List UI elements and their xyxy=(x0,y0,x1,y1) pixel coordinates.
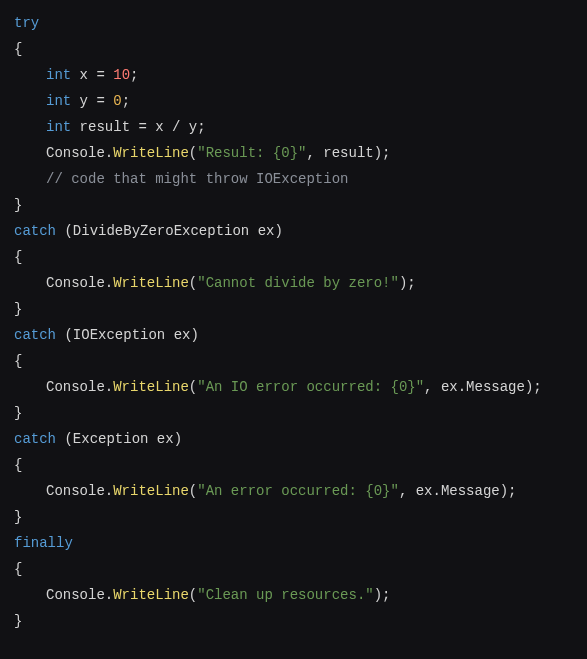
code-line: } xyxy=(14,504,573,530)
keyword-try: try xyxy=(14,15,39,31)
code-block: try { int x = 10; int y = 0; int result … xyxy=(14,10,573,634)
code-line: { xyxy=(14,348,573,374)
identifier: y xyxy=(71,93,96,109)
args-close: ); xyxy=(399,275,416,291)
class-console: Console xyxy=(46,275,105,291)
keyword-int: int xyxy=(46,67,71,83)
operator: = xyxy=(96,93,113,109)
code-line: Console.WriteLine("An IO error occurred:… xyxy=(14,374,573,400)
code-line: } xyxy=(14,192,573,218)
method-writeline: WriteLine xyxy=(113,483,189,499)
type-dividebyzero: DivideByZeroException xyxy=(73,223,249,239)
code-line: { xyxy=(14,556,573,582)
keyword-catch: catch xyxy=(14,223,56,239)
code-line: Console.WriteLine("Result: {0}", result)… xyxy=(14,140,573,166)
identifier: x xyxy=(71,67,96,83)
code-line: Console.WriteLine("Cannot divide by zero… xyxy=(14,270,573,296)
identifier: ex) xyxy=(249,223,283,239)
class-console: Console xyxy=(46,379,105,395)
args-close: , ex.Message); xyxy=(424,379,542,395)
paren: ( xyxy=(189,379,197,395)
type-exception: Exception xyxy=(73,431,149,447)
number-literal: 0 xyxy=(113,93,121,109)
method-writeline: WriteLine xyxy=(113,379,189,395)
dot: . xyxy=(105,483,113,499)
code-line: try xyxy=(14,10,573,36)
operator: = xyxy=(96,67,113,83)
args-close: , ex.Message); xyxy=(399,483,517,499)
semicolon: ; xyxy=(122,93,130,109)
brace: } xyxy=(14,509,22,525)
paren: ( xyxy=(56,327,73,343)
code-line: catch (DivideByZeroException ex) xyxy=(14,218,573,244)
code-line: int x = 10; xyxy=(14,62,573,88)
dot: . xyxy=(105,275,113,291)
semicolon: ; xyxy=(130,67,138,83)
brace: } xyxy=(14,301,22,317)
method-writeline: WriteLine xyxy=(113,275,189,291)
identifier: ex) xyxy=(165,327,199,343)
code-line: int y = 0; xyxy=(14,88,573,114)
args-close: ); xyxy=(374,587,391,603)
keyword-int: int xyxy=(46,119,71,135)
brace: { xyxy=(14,457,22,473)
number-literal: 10 xyxy=(113,67,130,83)
identifier: result xyxy=(71,119,138,135)
paren: ( xyxy=(189,483,197,499)
comment: // code that might throw IOException xyxy=(46,171,348,187)
paren: ( xyxy=(189,587,197,603)
code-line: { xyxy=(14,244,573,270)
brace: } xyxy=(14,613,22,629)
class-console: Console xyxy=(46,483,105,499)
string-literal: "An IO error occurred: {0}" xyxy=(197,379,424,395)
code-line: catch (IOException ex) xyxy=(14,322,573,348)
string-literal: "Clean up resources." xyxy=(197,587,373,603)
identifier: ex) xyxy=(148,431,182,447)
brace: } xyxy=(14,405,22,421)
type-ioexception: IOException xyxy=(73,327,165,343)
brace: { xyxy=(14,561,22,577)
paren: ( xyxy=(189,275,197,291)
keyword-int: int xyxy=(46,93,71,109)
code-line: Console.WriteLine("An error occurred: {0… xyxy=(14,478,573,504)
dot: . xyxy=(105,587,113,603)
code-line: } xyxy=(14,296,573,322)
paren: ( xyxy=(56,223,73,239)
code-line: { xyxy=(14,36,573,62)
dot: . xyxy=(105,145,113,161)
string-literal: "Result: {0}" xyxy=(197,145,306,161)
args-close: , result); xyxy=(306,145,390,161)
brace: { xyxy=(14,353,22,369)
paren: ( xyxy=(189,145,197,161)
code-line: // code that might throw IOException xyxy=(14,166,573,192)
string-literal: "Cannot divide by zero!" xyxy=(197,275,399,291)
method-writeline: WriteLine xyxy=(113,587,189,603)
code-line: } xyxy=(14,608,573,634)
code-line: Console.WriteLine("Clean up resources.")… xyxy=(14,582,573,608)
class-console: Console xyxy=(46,145,105,161)
code-line: finally xyxy=(14,530,573,556)
code-line: { xyxy=(14,452,573,478)
code-line: int result = x / y; xyxy=(14,114,573,140)
keyword-finally: finally xyxy=(14,535,73,551)
string-literal: "An error occurred: {0}" xyxy=(197,483,399,499)
keyword-catch: catch xyxy=(14,431,56,447)
brace: } xyxy=(14,197,22,213)
code-line: } xyxy=(14,400,573,426)
method-writeline: WriteLine xyxy=(113,145,189,161)
brace: { xyxy=(14,249,22,265)
code-line: catch (Exception ex) xyxy=(14,426,573,452)
class-console: Console xyxy=(46,587,105,603)
expression: = x / y; xyxy=(138,119,205,135)
brace: { xyxy=(14,41,22,57)
keyword-catch: catch xyxy=(14,327,56,343)
dot: . xyxy=(105,379,113,395)
paren: ( xyxy=(56,431,73,447)
